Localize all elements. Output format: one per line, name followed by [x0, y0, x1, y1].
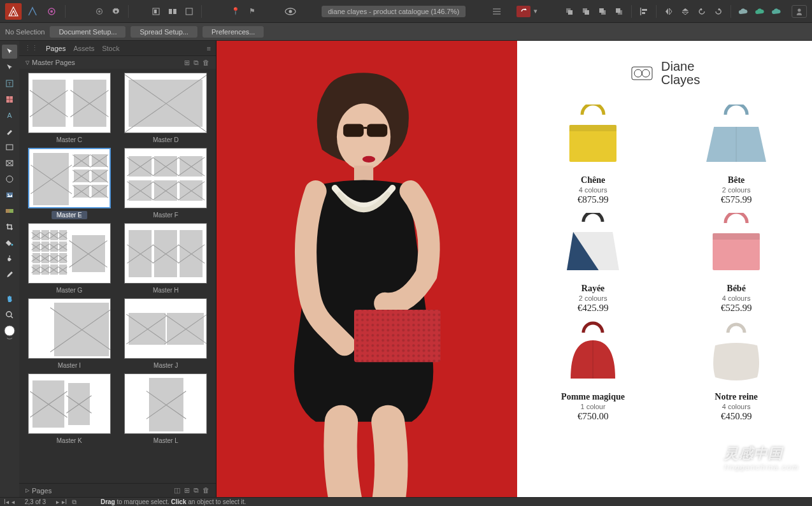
svg-rect-53	[367, 124, 387, 137]
nav-last-icon[interactable]: ▸I	[62, 498, 67, 505]
master-item[interactable]: Master E	[24, 148, 115, 219]
flip-v-icon[interactable]	[678, 4, 692, 18]
fill-tool[interactable]	[2, 236, 17, 250]
stock-tool[interactable]	[2, 204, 17, 218]
cloud-1-icon[interactable]	[736, 4, 750, 18]
tab-pages[interactable]: Pages	[46, 45, 66, 52]
color-swatch[interactable]	[2, 324, 17, 342]
gear-outline-icon[interactable]	[92, 4, 106, 18]
app-designer-icon[interactable]	[24, 3, 41, 20]
app-photo-icon[interactable]	[43, 3, 60, 20]
artistic-text-tool[interactable]: A	[2, 108, 17, 122]
view-single-icon[interactable]	[149, 4, 163, 18]
product-image	[558, 105, 628, 171]
account-icon[interactable]	[792, 5, 807, 18]
color-picker-tool[interactable]	[2, 268, 17, 282]
pages-panel: ⋮⋮ Pages Assets Stock ≡ ▽Master Pages ⊞ …	[19, 41, 217, 497]
ellipse-tool[interactable]	[2, 172, 17, 186]
product-colours: 4 colours	[538, 186, 649, 194]
view-clip-icon[interactable]	[182, 4, 196, 18]
duplicate-page-icon[interactable]: ⧉	[194, 486, 199, 495]
master-label: Master J	[148, 361, 183, 370]
master-item[interactable]: Master I	[24, 298, 115, 370]
flag-icon[interactable]: ⚑	[245, 4, 259, 18]
add-master-icon[interactable]: ⊞	[184, 59, 190, 67]
spread-toggle-icon[interactable]: ⧉	[72, 498, 76, 506]
preferences-button[interactable]: Preferences...	[203, 26, 264, 38]
view-spread-icon[interactable]	[166, 4, 180, 18]
svg-line-48	[11, 316, 13, 318]
arrange-front-icon[interactable]	[612, 4, 626, 18]
nav-prev-icon[interactable]: ◂	[11, 498, 15, 505]
spread-setup-button[interactable]: Spread Setup...	[131, 26, 197, 38]
cloud-2-icon[interactable]	[753, 4, 767, 18]
arrange-back-icon[interactable]	[562, 4, 576, 18]
document-title[interactable]: diane clayes - product catalogue (146.7%…	[322, 6, 466, 17]
flip-h-icon[interactable]	[662, 4, 676, 18]
svg-point-3	[98, 10, 101, 13]
nav-next-icon[interactable]: ▸	[56, 498, 59, 505]
svg-rect-17	[568, 10, 573, 15]
cloud-3-icon[interactable]	[769, 4, 783, 18]
place-image-tool[interactable]	[2, 188, 17, 202]
panel-menu-icon[interactable]: ≡	[207, 45, 211, 52]
nav-first-icon[interactable]: I◂	[4, 498, 9, 505]
node-tool[interactable]	[2, 61, 17, 75]
master-item[interactable]: Master L	[121, 373, 211, 445]
pages-section-header[interactable]: ▷Pages ◫ ⊞ ⧉ 🗑	[19, 483, 216, 497]
master-item[interactable]: Master G	[24, 223, 115, 294]
rectangle-tool[interactable]	[2, 140, 17, 154]
preflight-icon[interactable]	[516, 6, 531, 17]
baseline-icon[interactable]	[490, 4, 504, 18]
master-item[interactable]: Master K	[24, 373, 115, 445]
product-image	[558, 213, 628, 280]
rotate-cw-icon[interactable]	[711, 4, 725, 18]
svg-rect-8	[173, 9, 176, 14]
master-label: Master G	[51, 286, 87, 294]
product-item: Pomme magique 1 colour €750.00	[538, 321, 649, 422]
master-item[interactable]: Master H	[121, 223, 211, 294]
product-price: €525.99	[681, 303, 792, 314]
align-left-icon[interactable]	[637, 4, 651, 18]
delete-page-icon[interactable]: 🗑	[203, 486, 210, 495]
svg-rect-26	[642, 12, 645, 14]
transparency-tool[interactable]	[2, 252, 17, 266]
tab-stock[interactable]: Stock	[102, 45, 120, 52]
pages-opt1-icon[interactable]: ◫	[174, 486, 180, 495]
crop-tool[interactable]	[2, 220, 17, 234]
master-item[interactable]: Master D	[121, 73, 211, 144]
add-page-icon[interactable]: ⊞	[184, 486, 190, 495]
master-label: Master H	[148, 286, 184, 294]
zoom-tool[interactable]	[2, 308, 17, 322]
master-item[interactable]: Master J	[121, 298, 211, 370]
status-hint: Drag to marquee select. Click an object …	[101, 498, 246, 505]
gear-icon[interactable]	[109, 4, 123, 18]
master-pages-header[interactable]: ▽Master Pages ⊞ ⧉ 🗑	[19, 56, 216, 69]
panel-drag-handle[interactable]: ⋮⋮	[24, 44, 38, 52]
master-label: Master L	[148, 437, 183, 445]
view-hand-tool[interactable]	[2, 292, 17, 306]
arrange-backward-icon[interactable]	[579, 4, 593, 18]
master-item[interactable]: Master F	[121, 148, 211, 219]
table-tool[interactable]	[2, 92, 17, 106]
duplicate-master-icon[interactable]: ⧉	[194, 59, 199, 67]
rotate-ccw-icon[interactable]	[695, 4, 709, 18]
svg-point-46	[9, 256, 10, 257]
product-image	[701, 321, 771, 388]
delete-master-icon[interactable]: 🗑	[203, 59, 210, 67]
picture-frame-tool[interactable]	[2, 156, 17, 170]
text-frame-tool[interactable]: T	[2, 76, 17, 90]
tab-assets[interactable]: Assets	[73, 45, 94, 52]
arrange-forward-icon[interactable]	[595, 4, 609, 18]
svg-rect-58	[354, 310, 441, 362]
pen-tool[interactable]	[2, 124, 17, 138]
document-setup-button[interactable]: Document Setup...	[50, 26, 125, 38]
move-tool[interactable]	[2, 45, 17, 59]
canvas-viewport[interactable]: DianeClayes Chêne 4 colours €875.99 Bête…	[217, 41, 812, 497]
app-publisher-icon[interactable]	[5, 3, 22, 20]
preview-icon[interactable]	[283, 4, 297, 18]
master-item[interactable]: Master C	[24, 73, 115, 144]
product-colours: 4 colours	[681, 294, 792, 302]
chevron-down-icon[interactable]: ▾	[533, 4, 538, 18]
pin-icon[interactable]: 📍	[229, 4, 243, 18]
